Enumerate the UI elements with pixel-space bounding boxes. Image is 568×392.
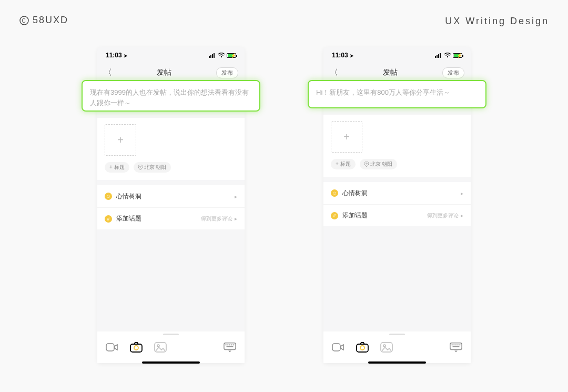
add-image-button[interactable]: +: [331, 121, 362, 153]
battery-icon: ⚡: [453, 53, 462, 58]
list-label: 心情树洞: [342, 189, 368, 198]
publish-button[interactable]: 发布: [442, 67, 464, 78]
svg-rect-18: [233, 344, 234, 345]
svg-point-7: [139, 166, 140, 167]
phone-mock-right: 11:03 ➤ ⚡ 〈 发帖 发布 Hi！新朋友，这里有800万人等你分享生活～…: [323, 47, 471, 363]
wifi-icon: [444, 53, 451, 58]
video-icon[interactable]: [106, 341, 118, 354]
svg-point-12: [157, 345, 159, 347]
placeholder-text: 现在有3999的人也在发帖，说出你的想法看看有没有人跟你一样～: [90, 87, 252, 108]
add-title-chip[interactable]: + 标题: [331, 159, 356, 169]
camera-icon[interactable]: [356, 341, 369, 354]
home-indicator: [142, 361, 200, 364]
chevron-right-icon: ▸: [235, 194, 237, 199]
smile-icon: ☺: [331, 189, 338, 197]
svg-point-25: [366, 163, 367, 164]
plus-icon: +: [343, 131, 350, 143]
svg-rect-2: [209, 56, 210, 58]
svg-rect-5: [214, 53, 215, 58]
svg-rect-13: [224, 343, 236, 350]
svg-point-6: [221, 56, 222, 57]
image-icon[interactable]: [154, 341, 167, 354]
list-item-topic[interactable]: # 添加话题 得到更多评论 ▸: [323, 204, 471, 226]
brand-text: 58UXD: [33, 15, 68, 26]
list-label: 添加话题: [342, 211, 368, 220]
location-pin-icon: [138, 165, 143, 170]
keyboard-icon[interactable]: [450, 341, 462, 354]
location-chip[interactable]: 北京 朝阳: [134, 162, 171, 173]
add-title-chip[interactable]: + 标题: [105, 162, 129, 173]
back-button[interactable]: 〈: [104, 67, 112, 78]
svg-rect-22: [438, 54, 439, 58]
list-item-mood[interactable]: ☺ 心情树洞 ▸: [323, 182, 471, 204]
svg-rect-21: [437, 55, 438, 58]
status-icons: ⚡: [209, 53, 236, 58]
brand: C 58UXD: [19, 15, 68, 26]
chevron-right-icon: ▸: [461, 190, 463, 196]
svg-rect-37: [453, 346, 460, 347]
smile-icon: ☺: [105, 193, 112, 200]
drag-handle[interactable]: [163, 334, 179, 335]
svg-rect-20: [435, 56, 436, 58]
svg-rect-4: [212, 54, 213, 58]
svg-text:C: C: [22, 18, 26, 24]
image-icon[interactable]: [380, 341, 393, 354]
list-item-mood[interactable]: ☺ 心情树洞 ▸: [97, 185, 245, 207]
svg-rect-35: [458, 344, 459, 345]
svg-rect-19: [227, 346, 234, 347]
battery-icon: ⚡: [227, 53, 236, 58]
svg-rect-34: [455, 344, 457, 345]
svg-rect-14: [226, 344, 227, 345]
svg-rect-17: [231, 344, 232, 345]
svg-point-30: [383, 345, 386, 347]
svg-rect-16: [229, 344, 230, 345]
svg-rect-33: [453, 344, 454, 345]
svg-point-24: [447, 56, 448, 57]
back-button[interactable]: 〈: [330, 67, 338, 78]
video-icon[interactable]: [332, 341, 344, 354]
svg-rect-23: [440, 53, 441, 58]
status-time: 11:03 ➤: [332, 52, 354, 59]
svg-rect-36: [459, 344, 460, 345]
nav-bar: 〈 发帖 发布: [97, 63, 245, 82]
chevron-right-icon: ▸: [461, 213, 463, 218]
list-hint: 得到更多评论: [201, 215, 232, 223]
hash-icon: #: [331, 212, 338, 219]
svg-point-28: [360, 346, 364, 350]
list-hint: 得到更多评论: [427, 212, 459, 219]
drag-handle[interactable]: [389, 334, 405, 335]
location-pin-icon: [364, 162, 369, 167]
svg-rect-8: [106, 344, 114, 351]
chevron-right-icon: ▸: [235, 216, 237, 222]
status-icons: ⚡: [435, 53, 462, 58]
svg-rect-31: [450, 343, 462, 350]
nav-title: 发帖: [383, 68, 398, 77]
placeholder-highlight[interactable]: 现在有3999的人也在发帖，说出你的想法看看有没有人跟你一样～: [82, 80, 260, 112]
plus-icon: +: [117, 134, 124, 146]
placeholder-highlight[interactable]: Hi！新朋友，这里有800万人等你分享生活～: [308, 80, 486, 108]
camera-icon[interactable]: [130, 341, 143, 354]
publish-button[interactable]: 发布: [216, 67, 238, 78]
image-add-area: +: [97, 118, 245, 159]
bottom-toolbar: [97, 331, 245, 363]
status-time: 11:03 ➤: [106, 52, 128, 59]
location-chip[interactable]: 北京 朝阳: [360, 159, 398, 169]
image-add-area: +: [323, 115, 471, 156]
list-label: 添加话题: [116, 214, 141, 223]
list-item-topic[interactable]: # 添加话题 得到更多评论 ▸: [97, 207, 245, 229]
signal-icon: [209, 53, 216, 58]
header-subtitle: UX Writing Design: [445, 16, 549, 27]
home-indicator: [368, 361, 426, 364]
add-image-button[interactable]: +: [105, 124, 136, 156]
svg-rect-26: [332, 344, 340, 351]
status-bar: 11:03 ➤ ⚡: [97, 47, 245, 63]
copyright-icon: C: [19, 15, 29, 26]
svg-point-10: [134, 346, 138, 350]
nav-title: 发帖: [157, 68, 171, 77]
svg-rect-32: [452, 344, 453, 345]
signal-icon: [435, 53, 442, 58]
keyboard-icon[interactable]: [224, 341, 236, 354]
wifi-icon: [218, 53, 225, 58]
hash-icon: #: [105, 215, 112, 223]
nav-bar: 〈 发帖 发布: [323, 63, 471, 82]
